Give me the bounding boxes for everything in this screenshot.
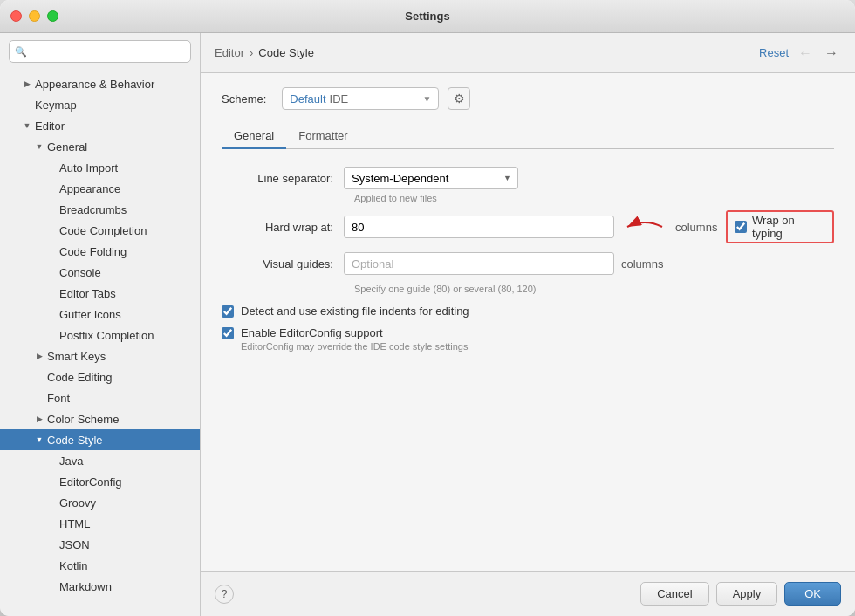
- sidebar-item-label: Groovy: [59, 496, 96, 510]
- hard-wrap-input[interactable]: [344, 216, 614, 238]
- sidebar-item-code-completion[interactable]: Code Completion: [0, 220, 200, 241]
- spacer-icon: [45, 308, 58, 320]
- sidebar-item-label: Console: [59, 266, 101, 279]
- visual-guides-note: Specify one guide (80) or several (80, 1…: [354, 284, 834, 294]
- arrow-icon: [33, 140, 45, 153]
- cancel-button[interactable]: Cancel: [640, 582, 708, 606]
- help-button[interactable]: ?: [215, 585, 234, 604]
- spacer-icon: [45, 224, 58, 236]
- sidebar-item-gutter-icons[interactable]: Gutter Icons: [0, 304, 200, 325]
- sidebar-item-label: Appearance & Behavior: [35, 78, 154, 91]
- annotation-arrow: [619, 214, 667, 240]
- gear-button[interactable]: ⚙: [448, 87, 470, 110]
- visual-guides-row: Visual guides: columns: [222, 252, 834, 275]
- spacer-icon: [45, 476, 58, 488]
- spacer-icon: [33, 392, 45, 404]
- sidebar-item-general[interactable]: General: [0, 136, 200, 157]
- forward-button[interactable]: →: [822, 44, 841, 63]
- scheme-select[interactable]: Default IDE ▼: [282, 87, 439, 110]
- sidebar-item-editor[interactable]: Editor: [0, 115, 200, 136]
- sidebar-item-label: Postfix Completion: [59, 329, 154, 342]
- window-body: 🔍 Appearance & Behavior Keymap Editor: [0, 33, 855, 616]
- header-actions: Reset ← →: [759, 44, 841, 63]
- sidebar-item-groovy[interactable]: Groovy: [0, 492, 200, 513]
- sidebar-item-auto-import[interactable]: Auto Import: [0, 157, 200, 178]
- visual-guides-columns-label: columns: [621, 257, 663, 270]
- sidebar-item-postfix-completion[interactable]: Postfix Completion: [0, 325, 200, 346]
- sidebar-item-console[interactable]: Console: [0, 262, 200, 283]
- ok-button[interactable]: OK: [784, 582, 841, 606]
- sidebar-item-editorconfig[interactable]: EditorConfig: [0, 471, 200, 492]
- editorconfig-wrap: Enable EditorConfig support: [222, 326, 383, 339]
- sidebar-item-smart-keys[interactable]: Smart Keys: [0, 346, 200, 366]
- reset-button[interactable]: Reset: [759, 46, 789, 59]
- sidebar-item-label: Color Scheme: [47, 413, 119, 426]
- arrow-icon: [33, 413, 45, 425]
- scheme-row: Scheme: Default IDE ▼ ⚙: [222, 87, 834, 110]
- close-button[interactable]: [10, 10, 22, 22]
- editorconfig-label: Enable EditorConfig support: [241, 326, 383, 339]
- sidebar-item-font[interactable]: Font: [0, 387, 200, 408]
- sidebar-item-markdown[interactable]: Markdown: [0, 576, 200, 597]
- settings-window: Settings 🔍 Appearance & Behavior Keymap: [0, 0, 855, 616]
- sidebar-item-label: Code Folding: [59, 245, 127, 258]
- back-button[interactable]: ←: [796, 44, 815, 63]
- sidebar-item-html[interactable]: HTML: [0, 513, 200, 534]
- sidebar-item-label: Markdown: [59, 580, 112, 593]
- sidebar-item-appearance[interactable]: Appearance: [0, 178, 200, 199]
- detect-indent-wrap: Detect and use existing file indents for…: [222, 305, 469, 318]
- sidebar-item-keymap[interactable]: Keymap: [0, 94, 200, 115]
- sidebar-item-label: Auto Import: [59, 161, 118, 175]
- spacer-icon: [45, 161, 58, 174]
- sidebar-item-json[interactable]: JSON: [0, 534, 200, 555]
- maximize-button[interactable]: [47, 10, 58, 22]
- main-header: Editor › Code Style Reset ← →: [201, 33, 855, 73]
- sidebar-item-label: Editor Tabs: [59, 287, 116, 300]
- breadcrumb-current: Code Style: [258, 46, 314, 59]
- select-arrow-icon: ▼: [408, 94, 431, 104]
- sidebar-item-label: EditorConfig: [59, 476, 122, 489]
- scheme-ide: IDE: [330, 92, 349, 106]
- spacer-icon: [45, 559, 58, 572]
- sidebar-item-label: Appearance: [59, 182, 120, 195]
- sidebar-item-label: Code Editing: [47, 371, 112, 384]
- spacer-icon: [45, 245, 58, 257]
- line-separator-select[interactable]: System-Dependent: [344, 167, 518, 189]
- wrap-on-typing-checkbox[interactable]: [735, 221, 747, 233]
- editorconfig-checkbox[interactable]: [222, 327, 234, 339]
- sidebar-item-label: Kotlin: [59, 559, 88, 572]
- line-separator-note: Applied to new files: [354, 193, 834, 203]
- sidebar-item-label: Gutter Icons: [59, 308, 121, 321]
- scheme-default: Default: [290, 92, 325, 106]
- hard-wrap-input-wrap: [344, 216, 614, 238]
- scheme-label: Scheme:: [222, 92, 273, 106]
- arrow-icon: [21, 120, 33, 132]
- sidebar-item-code-editing[interactable]: Code Editing: [0, 366, 200, 387]
- spacer-icon: [45, 287, 58, 299]
- tab-general[interactable]: General: [222, 124, 286, 149]
- search-input[interactable]: [9, 40, 191, 63]
- visual-guides-input[interactable]: [344, 252, 614, 275]
- sidebar-item-appearance-behavior[interactable]: Appearance & Behavior: [0, 73, 200, 94]
- sidebar-item-label: Keymap: [35, 99, 77, 112]
- spacer-icon: [45, 182, 58, 195]
- wrap-on-typing-box: Wrap on typing: [726, 210, 834, 243]
- minimize-button[interactable]: [29, 10, 40, 22]
- sidebar-item-label: Smart Keys: [47, 350, 106, 363]
- detect-indent-checkbox[interactable]: [222, 305, 234, 318]
- apply-button[interactable]: Apply: [716, 582, 778, 606]
- spacer-icon: [21, 99, 33, 111]
- sidebar-item-color-scheme[interactable]: Color Scheme: [0, 408, 200, 429]
- sidebar-item-code-style[interactable]: Code Style: [0, 429, 200, 450]
- sidebar-item-label: HTML: [59, 517, 90, 530]
- sidebar-item-java[interactable]: Java: [0, 450, 200, 471]
- sidebar-item-label: Code Style: [47, 434, 103, 447]
- search-icon: 🔍: [15, 46, 27, 58]
- sidebar-item-editor-tabs[interactable]: Editor Tabs: [0, 283, 200, 304]
- sidebar-item-breadcrumbs[interactable]: Breadcrumbs: [0, 199, 200, 220]
- sidebar-item-code-folding[interactable]: Code Folding: [0, 241, 200, 262]
- sidebar-item-kotlin[interactable]: Kotlin: [0, 555, 200, 576]
- tab-formatter[interactable]: Formatter: [286, 124, 359, 149]
- sidebar-item-label: Java: [59, 455, 83, 468]
- search-box: 🔍: [9, 40, 191, 63]
